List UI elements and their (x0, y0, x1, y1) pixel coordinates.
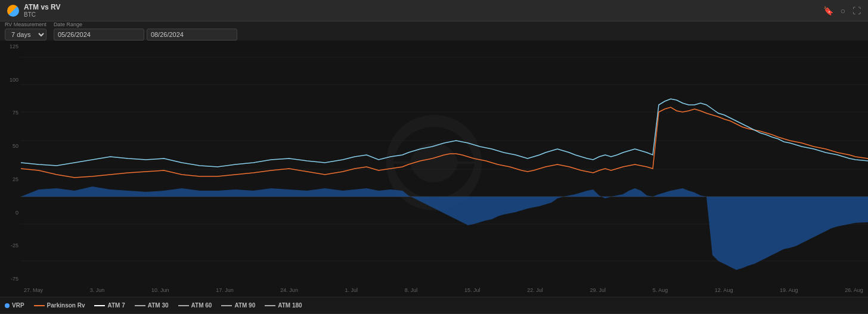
date-from-input[interactable] (54, 29, 144, 41)
x-label-jun3: 3. Jun (90, 287, 105, 294)
x-label-jul15: 15. Jul (464, 287, 480, 294)
parkinson-label: Parkinson Rv (47, 302, 85, 309)
y-label-n25: -25 (0, 243, 21, 248)
x-label-aug19: 19. Aug (780, 287, 798, 294)
app-icon (7, 5, 19, 17)
legend-atm30[interactable]: ATM 30 (135, 302, 169, 309)
chart-container: 125 100 75 50 25 0 -25 -75 (0, 41, 868, 285)
x-label-jul8: 8. Jul (405, 287, 418, 294)
x-label-jul29: 29. Jul (590, 287, 606, 294)
x-label-jun24: 24. Jun (280, 287, 298, 294)
share-icon[interactable]: ○ (841, 6, 845, 15)
atm180-label: ATM 180 (278, 302, 302, 309)
atm60-line (178, 305, 189, 306)
svg-marker-8 (21, 186, 868, 270)
legend-bar: VRP Parkinson Rv ATM 7 ATM 30 ATM 60 ATM… (0, 297, 868, 313)
x-label-jun17: 17. Jun (216, 287, 234, 294)
legend-parkinson[interactable]: Parkinson Rv (34, 302, 85, 309)
y-label-75: 75 (0, 110, 21, 116)
y-label-125: 125 (0, 43, 21, 49)
atm7-line (94, 305, 105, 306)
controls-bar: RV Measurement 7 days Date Range (0, 21, 868, 41)
legend-atm90[interactable]: ATM 90 (221, 302, 255, 309)
rv-measurement-select[interactable]: 7 days (5, 29, 46, 41)
legend-atm60[interactable]: ATM 60 (178, 302, 212, 309)
y-label-25: 25 (0, 176, 21, 182)
date-inputs (54, 29, 237, 41)
rv-measurement-group: RV Measurement 7 days (5, 21, 46, 41)
y-label-0: 0 (0, 210, 21, 216)
legend-atm7[interactable]: ATM 7 (94, 302, 125, 309)
x-label-aug12: 12. Aug (715, 287, 733, 294)
atm30-line (135, 305, 145, 306)
atm7-label: ATM 7 (107, 302, 125, 309)
title-actions: 🔖 ○ ⛶ (823, 6, 861, 15)
atm90-line (221, 305, 232, 306)
x-label-jul1: 1. Jul (345, 287, 358, 294)
date-range-label: Date Range (54, 21, 237, 27)
x-label-may27: 27. May (24, 287, 43, 294)
chart-svg (21, 41, 868, 285)
chart-subtitle: BTC (24, 11, 61, 18)
y-label-100: 100 (0, 77, 21, 83)
legend-atm180[interactable]: ATM 180 (265, 302, 302, 309)
date-range-group: Date Range (54, 21, 237, 41)
expand-icon[interactable]: ⛶ (852, 6, 861, 15)
y-label-50: 50 (0, 143, 21, 149)
y-axis: 125 100 75 50 25 0 -25 -75 (0, 41, 21, 285)
vrp-dot (5, 303, 10, 308)
title-bar: ATM vs RV BTC 🔖 ○ ⛶ (0, 0, 868, 21)
x-label-aug26: 26. Aug (845, 287, 863, 294)
x-axis: 27. May 3. Jun 10. Jun 17. Jun 24. Jun 1… (0, 285, 868, 297)
chart-title: ATM vs RV (24, 3, 61, 11)
parkinson-line (34, 305, 45, 306)
x-label-jun10: 10. Jun (151, 287, 169, 294)
title-left: ATM vs RV BTC (7, 3, 61, 18)
x-label-jul22: 22. Jul (527, 287, 543, 294)
vrp-label: VRP (12, 302, 24, 309)
atm30-label: ATM 30 (148, 302, 169, 309)
atm180-line (265, 305, 275, 306)
atm60-label: ATM 60 (191, 302, 212, 309)
date-to-input[interactable] (147, 29, 237, 41)
y-label-n75: -75 (0, 276, 21, 282)
rv-measurement-label: RV Measurement (5, 21, 46, 27)
chart-area (21, 41, 868, 285)
bookmark-icon[interactable]: 🔖 (823, 6, 833, 15)
atm90-label: ATM 90 (234, 302, 255, 309)
legend-vrp[interactable]: VRP (5, 302, 24, 309)
x-label-aug5: 5. Aug (653, 287, 668, 294)
title-text-group: ATM vs RV BTC (24, 3, 61, 18)
